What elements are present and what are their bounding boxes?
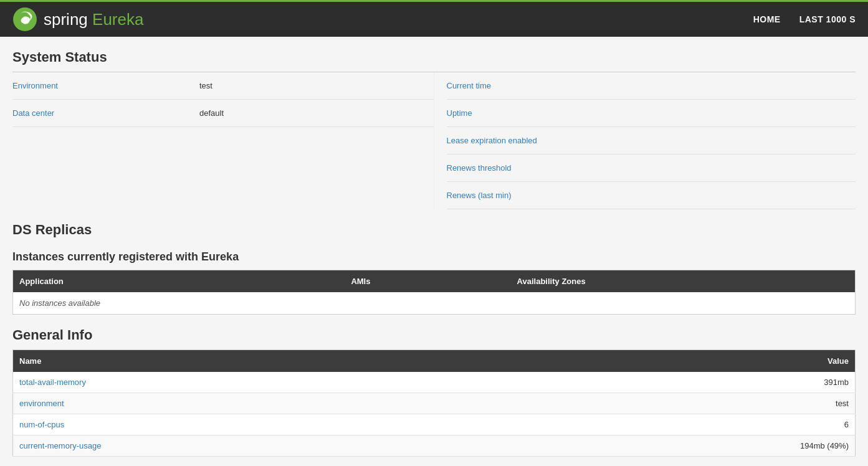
row-current-memory-usage-name: current-memory-usage: [13, 435, 524, 457]
general-info-col-name: Name: [13, 350, 524, 373]
nav-last1000[interactable]: LAST 1000 S: [799, 14, 856, 24]
status-right: Current time Uptime Lease expiration ena…: [434, 72, 856, 209]
instances-col-amis: AMIs: [351, 277, 517, 286]
status-row-lease-expiration: Lease expiration enabled: [447, 127, 856, 155]
table-row: total-avail-memory 391mb: [13, 372, 856, 393]
no-instances-text: No instances available: [13, 292, 855, 314]
status-row-current-time: Current time: [447, 72, 856, 100]
status-row-environment: Environment test: [12, 72, 434, 100]
row-total-avail-memory-value: 391mb: [524, 372, 856, 393]
logo-spring: spring: [44, 10, 88, 29]
environment-value: test: [199, 77, 212, 94]
row-num-of-cpus-value: 6: [524, 414, 856, 435]
instances-col-application: Application: [19, 277, 351, 286]
system-status-section: System Status Environment test Data cent…: [12, 49, 856, 209]
uptime-label: Uptime: [447, 105, 634, 121]
general-info-col-value: Value: [524, 350, 856, 373]
instances-table-body: No instances available: [13, 292, 855, 314]
main-content: System Status Environment test Data cent…: [0, 37, 868, 466]
instances-table-header: Application AMIs Availability Zones: [13, 270, 855, 292]
general-info-title: General Info: [12, 327, 856, 343]
table-row: current-memory-usage 194mb (49%): [13, 435, 856, 457]
logo-eureka: Eureka: [92, 10, 143, 29]
row-num-of-cpus-name: num-of-cpus: [13, 414, 524, 435]
status-row-uptime: Uptime: [447, 100, 856, 127]
environment-label: Environment: [12, 77, 199, 94]
lease-expiration-label: Lease expiration enabled: [447, 132, 634, 149]
status-row-renews-last-min: Renews (last min): [447, 182, 856, 209]
row-current-memory-usage-value: 194mb (49%): [524, 435, 856, 457]
table-row: environment test: [13, 393, 856, 414]
status-left: Environment test Data center default: [12, 72, 434, 209]
ds-replicas-title: DS Replicas: [12, 222, 856, 238]
status-grid: Environment test Data center default Cur…: [12, 72, 856, 209]
current-time-label: Current time: [447, 77, 634, 94]
general-info-table: Name Value total-avail-memory 391mb envi…: [12, 350, 856, 457]
renews-threshold-label: Renews threshold: [447, 159, 634, 176]
renews-last-min-label: Renews (last min): [447, 187, 634, 204]
logo: spring Eureka: [12, 7, 143, 32]
row-total-avail-memory-name: total-avail-memory: [13, 372, 524, 393]
general-info-section: General Info Name Value total-avail-memo…: [12, 327, 856, 457]
ds-replicas-section: DS Replicas: [12, 222, 856, 238]
header-nav: HOME LAST 1000 S: [753, 14, 856, 24]
general-info-header-row: Name Value: [13, 350, 856, 373]
status-row-renews-threshold: Renews threshold: [447, 155, 856, 182]
spring-logo-icon: [12, 7, 37, 32]
row-environment-name: environment: [13, 393, 524, 414]
instances-title: Instances currently registered with Eure…: [12, 250, 856, 264]
datacenter-label: Data center: [12, 105, 199, 121]
nav-home[interactable]: HOME: [753, 14, 781, 24]
datacenter-value: default: [199, 105, 224, 121]
status-row-datacenter: Data center default: [12, 100, 434, 127]
table-row: num-of-cpus 6: [13, 414, 856, 435]
system-status-title: System Status: [12, 49, 856, 65]
instances-col-az: Availability Zones: [517, 277, 849, 286]
logo-text: spring Eureka: [44, 10, 143, 29]
header: spring Eureka HOME LAST 1000 S: [0, 0, 868, 37]
instances-table-container: Application AMIs Availability Zones No i…: [12, 270, 856, 315]
instances-section: Instances currently registered with Eure…: [12, 250, 856, 315]
row-environment-value: test: [524, 393, 856, 414]
general-info-table-body: total-avail-memory 391mb environment tes…: [13, 372, 856, 457]
